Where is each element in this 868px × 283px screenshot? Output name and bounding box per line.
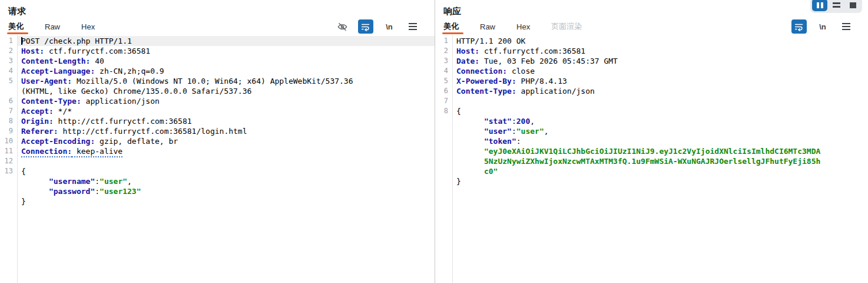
- code-line[interactable]: "password":"user123": [0, 186, 435, 196]
- tab-raw[interactable]: Raw: [34, 18, 71, 35]
- gutter-divider: [452, 35, 453, 283]
- layout-controls: [810, 0, 862, 13]
- code-line[interactable]: c0": [435, 166, 868, 176]
- tab-render[interactable]: 页面渲染: [541, 18, 592, 35]
- menu-icon: [409, 23, 417, 30]
- layout-rows-button[interactable]: [829, 0, 844, 11]
- code-line[interactable]: 4Connection: close: [435, 66, 868, 76]
- code-line[interactable]: (KHTML, like Gecko) Chrome/135.0.0.0 Saf…: [0, 86, 435, 96]
- line-number: 4: [0, 66, 17, 76]
- line-number: [435, 136, 452, 146]
- line-number: [435, 126, 452, 136]
- newline-toggle-button[interactable]: \n: [382, 19, 397, 34]
- code-line[interactable]: "stat":200,: [435, 116, 868, 126]
- response-editor[interactable]: 1HTTP/1.1 200 OK2Host: ctf.furryctf.com:…: [435, 35, 868, 186]
- code-line[interactable]: 6Content-Type: application/json: [435, 86, 868, 96]
- code-line[interactable]: 1POST /check.php HTTP/1.1: [0, 36, 435, 46]
- code-line[interactable]: "username":"user",: [0, 176, 435, 186]
- code-line[interactable]: "user":"user",: [435, 126, 868, 136]
- line-content: Connection: close: [452, 66, 868, 76]
- code-line[interactable]: 12: [0, 156, 435, 166]
- code-line[interactable]: 4Accept-Language: zh-CN,zh;q=0.9: [0, 66, 435, 76]
- code-line[interactable]: "eyJ0eXAiOiJKV1QiLCJhbGciOiJIUzI1NiJ9.ey…: [435, 146, 868, 156]
- code-line[interactable]: 10Accept-Encoding: gzip, deflate, br: [0, 136, 435, 146]
- tab-label: Raw: [45, 22, 60, 31]
- tab-label: Hex: [516, 22, 530, 31]
- line-number: [435, 156, 452, 166]
- line-number: [435, 166, 452, 176]
- request-title: 请求: [0, 0, 435, 18]
- tab-raw[interactable]: Raw: [469, 18, 506, 35]
- line-content: "user":"user",: [452, 126, 868, 136]
- code-line[interactable]: 5NzUzNywiZXhwIjoxNzcwMTAxMTM3fQ.1u9FmWSi…: [435, 156, 868, 166]
- line-number: 10: [0, 136, 17, 146]
- line-content: X-Powered-By: PHP/8.4.13: [452, 76, 868, 86]
- line-content: Date: Tue, 03 Feb 2026 05:45:37 GMT: [452, 56, 868, 66]
- code-line[interactable]: 2Host: ctf.furryctf.com:36581: [435, 46, 868, 56]
- line-number: [435, 116, 452, 126]
- code-line[interactable]: 13{: [0, 166, 435, 176]
- code-line[interactable]: 7Accept: */*: [0, 106, 435, 116]
- gutter-divider: [17, 35, 18, 283]
- line-number: [0, 176, 17, 186]
- line-number: [0, 196, 17, 206]
- line-content: "password":"user123": [17, 186, 435, 196]
- pause-button[interactable]: [812, 0, 827, 11]
- editor-menu-button[interactable]: [839, 19, 854, 34]
- line-content: "username":"user",: [17, 176, 435, 186]
- layout-single-button[interactable]: [845, 0, 860, 11]
- eye-off-button[interactable]: [334, 19, 350, 34]
- code-line[interactable]: }: [0, 196, 435, 206]
- soft-wrap-button[interactable]: [358, 19, 373, 34]
- line-content: [17, 156, 435, 166]
- code-line[interactable]: 3Date: Tue, 03 Feb 2026 05:45:37 GMT: [435, 56, 868, 66]
- code-line[interactable]: 9Referer: http://ctf.furryctf.com:36581/…: [0, 126, 435, 136]
- code-line[interactable]: 5User-Agent: Mozilla/5.0 (Windows NT 10.…: [0, 76, 435, 86]
- line-content: Accept-Language: zh-CN,zh;q=0.9: [17, 66, 435, 76]
- line-content: "stat":200,: [452, 116, 868, 126]
- line-number: [435, 176, 452, 186]
- tab-hex[interactable]: Hex: [71, 18, 105, 35]
- response-toolbar: \n: [791, 19, 862, 34]
- line-content: Host: ctf.furryctf.com:36581: [452, 46, 868, 56]
- code-line[interactable]: 8{: [435, 106, 868, 116]
- code-line[interactable]: 3Content-Length: 40: [0, 56, 435, 66]
- eye-off-icon: [337, 21, 348, 32]
- tab-prettify[interactable]: 美化: [0, 18, 34, 35]
- newline-toggle-button[interactable]: \n: [815, 19, 830, 34]
- line-content: HTTP/1.1 200 OK: [452, 36, 868, 46]
- line-number: 1: [0, 36, 17, 46]
- tab-label: 美化: [8, 21, 24, 32]
- line-number: 6: [435, 86, 452, 96]
- line-number: [435, 146, 452, 156]
- code-line[interactable]: 5X-Powered-By: PHP/8.4.13: [435, 76, 868, 86]
- tab-hex[interactable]: Hex: [506, 18, 541, 35]
- line-content: POST /check.php HTTP/1.1: [17, 36, 435, 46]
- code-line[interactable]: 8Origin: http://ctf.furryctf.com:36581: [0, 116, 435, 126]
- line-content: Content-Type: application/json: [452, 86, 868, 96]
- request-editor[interactable]: 1POST /check.php HTTP/1.12Host: ctf.furr…: [0, 35, 435, 206]
- code-line[interactable]: "token":: [435, 136, 868, 146]
- code-line[interactable]: 11Connection: keep-alive: [0, 146, 435, 156]
- line-content: Accept-Encoding: gzip, deflate, br: [17, 136, 435, 146]
- line-content: c0": [452, 166, 868, 176]
- code-line[interactable]: 6Content-Type: application/json: [0, 96, 435, 106]
- editor-menu-button[interactable]: [405, 19, 420, 34]
- line-number: 13: [0, 166, 17, 176]
- code-line[interactable]: 7: [435, 96, 868, 106]
- tab-prettify[interactable]: 美化: [435, 18, 469, 35]
- line-number: 7: [0, 106, 17, 116]
- code-line[interactable]: 2Host: ctf.furryctf.com:36581: [0, 46, 435, 56]
- code-line[interactable]: 1HTTP/1.1 200 OK: [435, 36, 868, 46]
- line-content: User-Agent: Mozilla/5.0 (Windows NT 10.0…: [17, 76, 435, 86]
- line-number: 6: [0, 96, 17, 106]
- line-content: "token":: [452, 136, 868, 146]
- tab-label: Hex: [81, 22, 95, 31]
- line-content: "eyJ0eXAiOiJKV1QiLCJhbGciOiJIUzI1NiJ9.ey…: [452, 146, 868, 156]
- line-content: }: [17, 196, 435, 206]
- line-content: Connection: keep-alive: [17, 146, 435, 156]
- code-line[interactable]: }: [435, 176, 868, 186]
- line-number: 5: [0, 76, 17, 86]
- line-number: 8: [0, 116, 17, 126]
- soft-wrap-button[interactable]: [791, 19, 807, 34]
